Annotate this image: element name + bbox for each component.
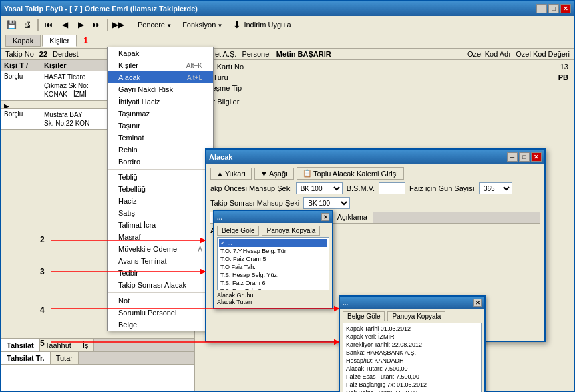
number-1: 1	[83, 36, 88, 45]
toolbar-separator2	[107, 19, 108, 31]
minimize-button[interactable]: ─	[536, 4, 547, 13]
menu-muvekkile[interactable]: Müvekkile Ödeme A	[108, 243, 213, 255]
menu-belge[interactable]: Belge	[108, 319, 213, 331]
indirim-menu[interactable]: ⬇ İndirim Uygula	[228, 18, 296, 31]
menu-haciz[interactable]: Haciz	[108, 195, 213, 207]
menu-kisiler[interactable]: Kişiler Alt+K	[108, 59, 213, 71]
tab-is[interactable]: İş	[77, 339, 95, 351]
row1-type: Borçlu	[1, 71, 41, 100]
menu-takip-sonrasi[interactable]: Takip Sonrası Alacak	[108, 279, 213, 291]
menu-teminat[interactable]: Teminat	[108, 132, 213, 144]
last-button[interactable]: ⏭	[89, 18, 104, 31]
menu-bordro[interactable]: Bordro	[108, 156, 213, 168]
menu-separator	[108, 169, 213, 170]
menu-gayri-nakdi[interactable]: Gayri Nakdi Risk	[108, 83, 213, 95]
menu-rehin[interactable]: Rehin	[108, 144, 213, 156]
toolbar-separator	[37, 19, 39, 31]
label-pb: PB	[558, 73, 568, 81]
personel-value: Metin BAŞARIR	[276, 50, 331, 58]
et-label: et A.Ş.	[215, 50, 236, 58]
menu-satis[interactable]: Satış	[108, 207, 213, 219]
tab-tahsilat[interactable]: Tahsilat	[1, 339, 40, 351]
personel-label: Personel	[242, 50, 270, 58]
forward-button[interactable]: ▶▶	[111, 18, 126, 31]
save-button[interactable]: 💾	[4, 18, 19, 31]
label-13: 13	[560, 63, 568, 71]
menu-not[interactable]: Not	[108, 295, 213, 307]
menu-sorumlu[interactable]: Sorumlu Personel	[108, 307, 213, 319]
menu-tasinir[interactable]: Taşınır	[108, 120, 213, 132]
menu-tedbir[interactable]: Tedbir	[108, 267, 213, 279]
takip-no-label: Takip No	[5, 50, 34, 58]
menu-teblig[interactable]: Tebliğ	[108, 171, 213, 183]
menu-ihtiyati[interactable]: İhtiyati Haciz	[108, 95, 213, 108]
col-kisi-type-header: Kişi T /	[1, 60, 41, 71]
takip-row: Takip No 22 Derdest et A.Ş. Personel Met…	[1, 49, 574, 60]
right-panel: Kredi Kartı No Kart Türü Sözleşme Tip 13…	[195, 60, 574, 391]
bottom-sub-tabs: Tahsilat Tr. Tutar	[1, 351, 194, 364]
title-bar-buttons: ─ □ ✕	[536, 4, 571, 13]
menu-kapak[interactable]: Kapak	[108, 47, 213, 59]
first-button[interactable]: ⏮	[41, 18, 56, 31]
window-title: Yasal Takip Föyü - [ 7 ] Ödeme Emri (İla…	[4, 5, 198, 13]
maximize-button[interactable]: □	[548, 4, 559, 13]
main-window: Yasal Takip Föyü - [ 7 ] Ödeme Emri (İla…	[0, 0, 575, 392]
takip-no-value: 22	[39, 50, 47, 58]
main-content-area: Kişi T / Kişiler Borçlu HASAT TicareÇıkm…	[1, 60, 574, 391]
tab-tahsilat-tr[interactable]: Tahsilat Tr.	[1, 352, 51, 364]
tab-kisiler[interactable]: Kişiler	[42, 35, 77, 47]
tab-taahhut[interactable]: Taahhüt	[40, 339, 77, 351]
ozel-kod-deger-label: Özel Kod Değeri	[516, 50, 570, 58]
menu-alacak[interactable]: Alacak Alt+L	[108, 71, 213, 83]
menu-talimat[interactable]: Talimat İcra	[108, 219, 213, 231]
top-tabs: Kapak Kişiler 1	[1, 33, 574, 49]
content-area: Kapak Kişiler 1 Takip No 22 Derdest et A…	[1, 33, 574, 391]
menu-separator2	[108, 292, 213, 293]
row3-type: Borçlu	[1, 109, 41, 129]
menu-masraf[interactable]: Masraf	[108, 231, 213, 243]
ozel-kod-adi-label: Özel Kod Adı	[467, 50, 510, 58]
next-button[interactable]: ▶	[73, 18, 88, 31]
toolbar: 💾 🖨 ⏮ ◀ ▶ ⏭ ▶▶ Pencere Fonksiyon ⬇ İndir…	[1, 16, 574, 33]
menu-avans[interactable]: Avans-Teminat	[108, 255, 213, 267]
close-button[interactable]: ✕	[560, 4, 571, 13]
print-button[interactable]: 🖨	[20, 18, 35, 31]
tab-tutar[interactable]: Tutar	[51, 352, 79, 364]
tab-kapak[interactable]: Kapak	[5, 35, 41, 47]
bottom-tabs: Tahsilat Taahhüt İş	[1, 339, 194, 351]
menu-tebellug[interactable]: Tebellüğ	[108, 183, 213, 195]
title-bar: Yasal Takip Föyü - [ 7 ] Ödeme Emri (İla…	[1, 1, 574, 16]
dropdown-menu[interactable]: Kapak Kişiler Alt+K Alacak Alt+L Gayri N…	[107, 47, 214, 331]
pencere-menu[interactable]: Pencere	[132, 19, 177, 30]
fonksiyon-menu[interactable]: Fonksiyon	[177, 19, 228, 30]
prev-button[interactable]: ◀	[57, 18, 72, 31]
menu-tasinmaz[interactable]: Taşınmaz	[108, 108, 213, 120]
derdest-label: Derdest	[53, 50, 79, 58]
